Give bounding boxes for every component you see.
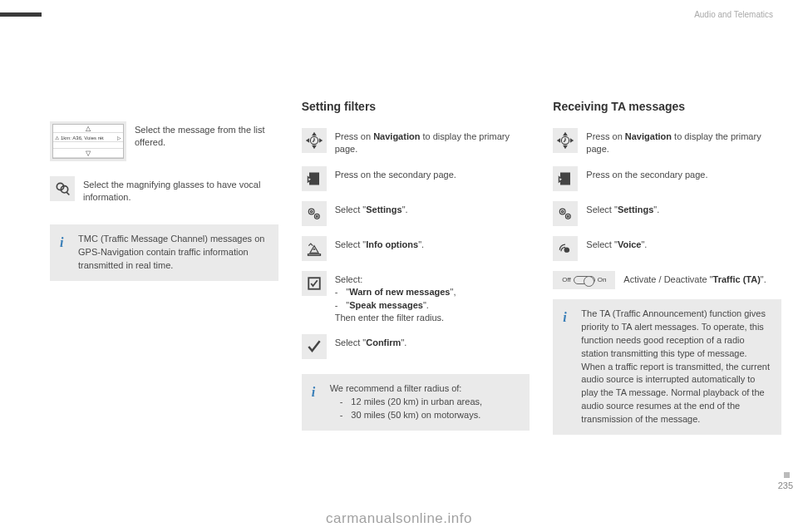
row-nav-primary-ta: Press on Navigation to display the prima…: [553, 128, 781, 156]
filter-radius-text: We recommend a filter radius of: 12 mile…: [330, 382, 482, 422]
svg-point-10: [560, 209, 566, 214]
column-middle: Setting filters Press on Navigation to d…: [302, 100, 530, 435]
row-traffic-toggle: Off On Activate / Deactivate "Traffic (T…: [553, 271, 781, 289]
info-icon: i: [60, 233, 70, 273]
row-info-options: Select "Info options".: [302, 236, 530, 261]
nav-primary-ta-text: Press on Navigation to display the prima…: [586, 128, 781, 156]
tmc-info-box: i TMC (Traffic Message Channel) messages…: [50, 224, 278, 281]
magnify-icon: [50, 176, 75, 201]
receiving-ta-heading: Receiving TA messages: [553, 100, 781, 113]
row-nav-primary: Press on Navigation to display the prima…: [302, 128, 530, 156]
settings-text: Select "Settings".: [335, 201, 530, 216]
checkbox-icon: [302, 271, 327, 296]
on-off-toggle-icon: Off On: [553, 271, 615, 289]
svg-point-11: [562, 210, 564, 213]
page-content: △ ⚠1km: A36, Voies rét▷ ▽ Select the mes…: [0, 0, 798, 451]
row-settings: Select "Settings".: [302, 201, 530, 226]
svg-point-4: [308, 209, 314, 214]
filter-radius-info-box: i We recommend a filter radius of: 12 mi…: [302, 374, 530, 431]
nav-primary-text: Press on Navigation to display the prima…: [335, 128, 530, 156]
voice-icon: [553, 236, 578, 261]
row-magnify: Select the magnifying glasses to have vo…: [50, 176, 278, 204]
section-header: Audio and Telematics: [694, 10, 773, 19]
select-message-text: Select the message from the list offered…: [135, 121, 278, 150]
secondary-page-text: Press on the secondary page.: [335, 166, 530, 181]
tmc-info-text: TMC (Traffic Message Channel) messages o…: [78, 233, 268, 273]
row-secondary-page: Press on the secondary page.: [302, 166, 530, 191]
svg-line-2: [66, 192, 69, 195]
page-marker-dot: [784, 472, 790, 478]
confirm-check-icon: [302, 334, 327, 359]
info-options-icon: [302, 236, 327, 261]
page-number: 235: [778, 480, 793, 490]
message-list-icon: △ ⚠1km: A36, Voies rét▷ ▽: [50, 121, 126, 161]
row-select-message: △ ⚠1km: A36, Voies rét▷ ▽ Select the mes…: [50, 121, 278, 161]
column-left: △ ⚠1km: A36, Voies rét▷ ▽ Select the mes…: [50, 100, 278, 435]
watermark: carmanualsonline.info: [326, 510, 472, 527]
row-settings-ta: Select "Settings".: [553, 201, 781, 226]
svg-point-13: [568, 215, 569, 217]
select-options-text: Select: "Warn of new messages", "Speak m…: [335, 271, 530, 325]
voice-text: Select "Voice".: [586, 236, 781, 251]
settings-gears-icon: [302, 201, 327, 226]
svg-point-6: [314, 214, 319, 219]
info-icon: i: [312, 382, 322, 422]
row-confirm: Select "Confirm".: [302, 334, 530, 359]
ta-info-box: i The TA (Traffic Announcement) function…: [553, 299, 781, 435]
secondary-page-ta-text: Press on the secondary page.: [586, 166, 781, 181]
row-secondary-page-ta: Press on the secondary page.: [553, 166, 781, 191]
magnify-text: Select the magnifying glasses to have vo…: [83, 176, 278, 204]
traffic-toggle-text: Activate / Deactivate "Traffic (TA)".: [623, 271, 781, 286]
settings-ta-text: Select "Settings".: [586, 201, 781, 216]
row-select-options: Select: "Warn of new messages", "Speak m…: [302, 271, 530, 325]
info-options-text: Select "Info options".: [335, 236, 530, 251]
row-voice: Select "Voice".: [553, 236, 781, 261]
column-right: Receiving TA messages Press on Navigatio…: [553, 100, 781, 435]
svg-point-7: [316, 215, 318, 217]
navigation-dpad-icon: [553, 128, 578, 153]
settings-gears-icon: [553, 201, 578, 226]
svg-point-12: [566, 214, 571, 219]
secondary-page-icon: [553, 166, 578, 191]
info-icon: i: [563, 308, 573, 426]
secondary-page-icon: [302, 166, 327, 191]
ta-info-text: The TA (Traffic Announcement) function g…: [581, 308, 771, 426]
header-accent-bar: [0, 12, 42, 17]
setting-filters-heading: Setting filters: [302, 100, 530, 113]
svg-point-5: [310, 210, 313, 213]
confirm-text: Select "Confirm".: [335, 334, 530, 349]
navigation-dpad-icon: [302, 128, 327, 153]
